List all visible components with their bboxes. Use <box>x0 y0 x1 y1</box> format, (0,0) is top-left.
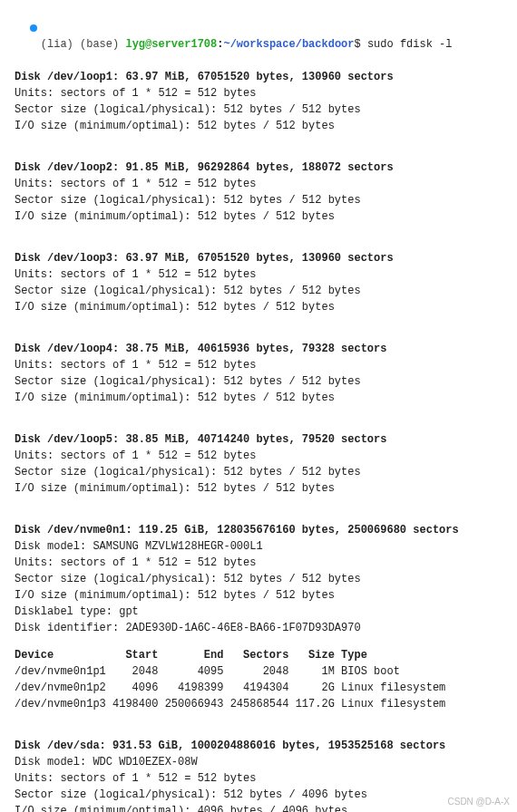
disk-header: Disk /dev/loop3: 63.97 MiB, 67051520 byt… <box>15 250 510 266</box>
prompt-line: (lia) (base) lyg@server1708:~/workspace/… <box>15 4 510 69</box>
table-row: /dev/nvme0n1p3 4198400 250066943 2458685… <box>15 696 510 712</box>
disk-line: Units: sectors of 1 * 512 = 512 bytes <box>15 266 510 283</box>
disk-header: Disk /dev/sda: 931.53 GiB, 1000204886016… <box>15 738 510 754</box>
disk-line: I/O size (minimum/optimal): 512 bytes / … <box>15 587 510 604</box>
disk-line: Units: sectors of 1 * 512 = 512 bytes <box>15 448 510 464</box>
disk-header: Disk /dev/nvme0n1: 119.25 GiB, 128035676… <box>15 522 510 538</box>
disk-header: Disk /dev/loop5: 38.85 MiB, 40714240 byt… <box>15 431 510 448</box>
disk-line: Sector size (logical/physical): 512 byte… <box>15 283 510 299</box>
disk-line: Sector size (logical/physical): 512 byte… <box>15 192 510 208</box>
disk-block-loop3: Disk /dev/loop3: 63.97 MiB, 67051520 byt… <box>15 250 510 315</box>
bullet-icon <box>30 24 37 32</box>
terminal-output: (lia) (base) lyg@server1708:~/workspace/… <box>0 0 517 812</box>
disk-block-loop1: Disk /dev/loop1: 63.97 MiB, 67051520 byt… <box>15 69 510 134</box>
disk-line: Sector size (logical/physical): 512 byte… <box>15 373 510 390</box>
disk-line: I/O size (minimum/optimal): 512 bytes / … <box>15 480 510 497</box>
disk-block-loop5: Disk /dev/loop5: 38.85 MiB, 40714240 byt… <box>15 431 510 497</box>
table-header: Device Start End Sectors Size Type <box>15 647 510 663</box>
disk-block-loop2: Disk /dev/loop2: 91.85 MiB, 96292864 byt… <box>15 160 510 225</box>
prompt-user-host: lyg@server1708 <box>125 38 217 51</box>
disk-block-sda: Disk /dev/sda: 931.53 GiB, 1000204886016… <box>15 738 510 812</box>
disk-line: Units: sectors of 1 * 512 = 512 bytes <box>15 176 510 192</box>
disk-header: Disk /dev/loop1: 63.97 MiB, 67051520 byt… <box>15 69 510 85</box>
disk-line: Units: sectors of 1 * 512 = 512 bytes <box>15 770 510 787</box>
prompt-env: (lia) (base) <box>41 38 126 51</box>
partition-table: Device Start End Sectors Size Type /dev/… <box>15 647 510 712</box>
disk-block-nvme0n1: Disk /dev/nvme0n1: 119.25 GiB, 128035676… <box>15 522 510 636</box>
disk-line: Sector size (logical/physical): 512 byte… <box>15 102 510 118</box>
disk-header: Disk /dev/loop4: 38.75 MiB, 40615936 byt… <box>15 341 510 357</box>
disk-line: Disklabel type: gpt <box>15 604 510 620</box>
disk-line: Sector size (logical/physical): 512 byte… <box>15 464 510 480</box>
disk-header: Disk /dev/loop2: 91.85 MiB, 96292864 byt… <box>15 160 510 176</box>
table-row: /dev/nvme0n1p2 4096 4198399 4194304 2G L… <box>15 680 510 696</box>
disk-line: Units: sectors of 1 * 512 = 512 bytes <box>15 555 510 571</box>
disk-line: Disk identifier: 2ADE930D-1A6C-46E8-BA66… <box>15 620 510 636</box>
disk-line: I/O size (minimum/optimal): 512 bytes / … <box>15 299 510 315</box>
watermark-text: CSDN @D-A-X <box>448 795 511 808</box>
disk-line: I/O size (minimum/optimal): 4096 bytes /… <box>15 803 510 812</box>
prompt-path: ~/workspace/backdoor <box>223 38 354 51</box>
disk-line: Disk model: WDC WD10EZEX-08W <box>15 754 510 770</box>
prompt-dollar: $ <box>355 38 367 51</box>
disk-line: Sector size (logical/physical): 512 byte… <box>15 787 510 803</box>
command-text: sudo fdisk -l <box>367 38 453 51</box>
disk-line: Sector size (logical/physical): 512 byte… <box>15 571 510 587</box>
disk-line: I/O size (minimum/optimal): 512 bytes / … <box>15 208 510 225</box>
disk-line: I/O size (minimum/optimal): 512 bytes / … <box>15 390 510 406</box>
disk-line: I/O size (minimum/optimal): 512 bytes / … <box>15 118 510 134</box>
disk-line: Disk model: SAMSUNG MZVLW128HEGR-000L1 <box>15 538 510 555</box>
disk-line: Units: sectors of 1 * 512 = 512 bytes <box>15 357 510 373</box>
disk-block-loop4: Disk /dev/loop4: 38.75 MiB, 40615936 byt… <box>15 341 510 406</box>
table-row: /dev/nvme0n1p1 2048 4095 2048 1M BIOS bo… <box>15 663 510 680</box>
disk-line: Units: sectors of 1 * 512 = 512 bytes <box>15 85 510 102</box>
